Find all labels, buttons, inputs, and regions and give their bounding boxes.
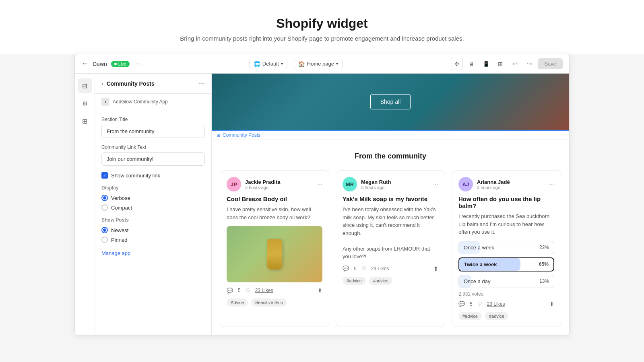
tag-advice[interactable]: Advice bbox=[227, 298, 248, 306]
post-1-likes: 23 Likes bbox=[255, 288, 273, 293]
top-bar: ← Dawn Live ··· 🌐 Default ▾ 🏠 Home page … bbox=[75, 54, 569, 74]
page-header: Shopify widget Bring in community posts … bbox=[0, 0, 644, 54]
post-1-image bbox=[227, 226, 322, 282]
check-icon: ✓ bbox=[103, 173, 106, 178]
sidebar-panel-title: Community Posts bbox=[107, 80, 155, 87]
undo-btn[interactable]: ↩ bbox=[509, 58, 521, 70]
section-heading: From the community bbox=[220, 152, 561, 160]
post-3-menu[interactable]: ··· bbox=[549, 181, 554, 188]
post-3-body: I recently purchased the Sea buckthorn L… bbox=[458, 212, 554, 236]
preview-area: Shop all ⊞ Community Posts From the comm… bbox=[212, 74, 569, 335]
post-2-share-icon[interactable]: ⬆ bbox=[433, 265, 438, 272]
compact-radio[interactable]: Compact bbox=[101, 204, 205, 211]
widget-selector-icon: ⊞ bbox=[217, 133, 220, 138]
store-name: Dawn bbox=[93, 61, 107, 67]
back-button[interactable]: ← bbox=[81, 60, 89, 68]
widget-bar-label: Community Posts bbox=[223, 132, 260, 138]
post-card-2: MR Megan Ruth 3 hours ago ··· Yak's Milk… bbox=[336, 170, 445, 327]
topbar-dots[interactable]: ··· bbox=[135, 60, 140, 68]
editor-body: ⊟ ⚙ ⊞ ‹ Community Posts ··· ✦ AddGlow Co… bbox=[75, 74, 569, 335]
post-1-share-icon[interactable]: ⬆ bbox=[318, 287, 322, 294]
post-1-heart-icon[interactable]: ♡ bbox=[246, 288, 250, 294]
post-2-menu[interactable]: ··· bbox=[433, 181, 438, 188]
shopify-editor: ← Dawn Live ··· 🌐 Default ▾ 🏠 Home page … bbox=[74, 54, 570, 335]
sidebar-icon-settings[interactable]: ⚙ bbox=[78, 96, 92, 111]
sidebar-icons: ⊟ ⚙ ⊞ bbox=[75, 74, 95, 335]
show-community-label: Show community link bbox=[111, 173, 160, 179]
community-link-input[interactable] bbox=[101, 152, 205, 166]
tag-advice-4[interactable]: #advice bbox=[485, 312, 508, 320]
live-label: Live bbox=[118, 62, 126, 66]
shop-all-button[interactable]: Shop all bbox=[370, 94, 411, 109]
post-1-title: Cool Breeze Body oil bbox=[227, 195, 322, 202]
desktop-icon-btn[interactable]: 🖥 bbox=[465, 58, 477, 70]
post-2-tags: #advice #advice bbox=[343, 277, 438, 285]
post-2-likes: 23 Likes bbox=[371, 266, 389, 272]
community-link-field-group: Community Link Text bbox=[101, 144, 205, 166]
show-community-checkbox-row[interactable]: ✓ Show community link bbox=[101, 172, 205, 179]
post-3-footer: 💬 5 ♡ 23 Likes ⬆ bbox=[458, 301, 554, 307]
post-2-title: Yak's Milk soap is my favorite bbox=[343, 195, 438, 202]
live-dot bbox=[114, 63, 117, 65]
post-3-tags: #advice #advice bbox=[458, 312, 554, 320]
sidebar-icon-sections[interactable]: ⊟ bbox=[78, 78, 92, 93]
page-subtitle: Bring in community posts right into your… bbox=[8, 35, 636, 42]
default-dropdown[interactable]: 🌐 Default ▾ bbox=[249, 59, 287, 69]
tag-advice-3[interactable]: #advice bbox=[458, 312, 482, 320]
homepage-dropdown[interactable]: 🏠 Home page ▾ bbox=[294, 59, 343, 69]
sidebar-panel: ‹ Community Posts ··· ✦ AddGlow Communit… bbox=[95, 74, 212, 335]
home-icon: 🏠 bbox=[298, 61, 305, 67]
post-1-menu[interactable]: ··· bbox=[317, 181, 322, 188]
post-3-likes: 23 Likes bbox=[487, 301, 505, 307]
post-3-author: Arianna Jadé bbox=[477, 179, 510, 185]
tag-advice-2[interactable]: #advice bbox=[369, 277, 392, 285]
post-2-avatar: MR bbox=[343, 177, 357, 191]
save-button[interactable]: Save bbox=[538, 58, 563, 69]
sidebar-icon-apps[interactable]: ⊞ bbox=[78, 114, 92, 128]
show-posts-heading: Show Posts bbox=[101, 217, 205, 223]
tag-sensitive-skin[interactable]: Sensitive Skin bbox=[251, 298, 287, 306]
mobile-icon-btn[interactable]: ⊞ bbox=[494, 58, 506, 70]
display-section: Display Verbose Compact bbox=[101, 185, 205, 211]
page-title: Shopify widget bbox=[8, 16, 636, 31]
manage-app-link[interactable]: Manage app bbox=[101, 250, 130, 256]
chevron-down-icon: ▾ bbox=[281, 62, 283, 66]
verbose-radio-outer bbox=[101, 195, 108, 201]
pinned-radio-outer bbox=[101, 237, 108, 243]
tablet-icon-btn[interactable]: 📱 bbox=[480, 58, 492, 70]
sidebar-back-arrow[interactable]: ‹ bbox=[101, 80, 103, 87]
post-3-heart-icon[interactable]: ♡ bbox=[477, 301, 482, 307]
post-1-avatar: JP bbox=[227, 177, 241, 191]
pinned-radio[interactable]: Pinned bbox=[101, 237, 205, 243]
sidebar-menu-dots[interactable]: ··· bbox=[199, 79, 205, 88]
redo-btn[interactable]: ↪ bbox=[523, 58, 535, 70]
post-1-footer: 💬 5 ♡ 23 Likes ⬆ bbox=[227, 287, 322, 294]
post-2-author: Megan Ruth bbox=[361, 179, 391, 185]
poll-option-3[interactable]: Once a day 13% bbox=[458, 275, 554, 288]
verbose-radio[interactable]: Verbose bbox=[101, 195, 205, 201]
section-title-input[interactable] bbox=[101, 125, 205, 138]
tag-advice-1[interactable]: #advice bbox=[343, 277, 366, 285]
display-heading: Display bbox=[101, 185, 205, 191]
post-3-comments: 5 bbox=[470, 301, 473, 307]
post-2-comments: 5 bbox=[354, 266, 357, 272]
post-2-comment-icon: 💬 bbox=[343, 265, 349, 272]
preview-banner: Shop all bbox=[212, 74, 569, 130]
poll-option-1[interactable]: Once a week 22% bbox=[458, 241, 554, 254]
newest-label: Newest bbox=[111, 227, 128, 233]
sidebar-panel-header: ‹ Community Posts ··· bbox=[95, 74, 211, 94]
post-2-heart-icon[interactable]: ♡ bbox=[361, 265, 366, 272]
post-3-share-icon[interactable]: ⬆ bbox=[549, 301, 554, 307]
post-1-body: I have pretty sensitive skin, how well d… bbox=[227, 206, 322, 221]
cursor-icon-btn[interactable]: ✣ bbox=[451, 58, 463, 70]
newest-radio[interactable]: Newest bbox=[101, 227, 205, 233]
widget-bar[interactable]: ⊞ Community Posts bbox=[212, 130, 569, 140]
post-1-header: JP Jackie Pradita 3 hours ago ··· bbox=[227, 177, 322, 191]
poll-option-2[interactable]: Twice a week 65% bbox=[458, 257, 554, 272]
community-link-label: Community Link Text bbox=[101, 144, 205, 150]
checkbox-checked[interactable]: ✓ bbox=[101, 172, 108, 179]
app-icon-small: ✦ bbox=[101, 98, 109, 106]
homepage-label: Home page bbox=[307, 61, 334, 67]
section-title-label: Section Title bbox=[101, 117, 205, 122]
post-card-1: JP Jackie Pradita 3 hours ago ··· Cool B… bbox=[220, 170, 329, 327]
